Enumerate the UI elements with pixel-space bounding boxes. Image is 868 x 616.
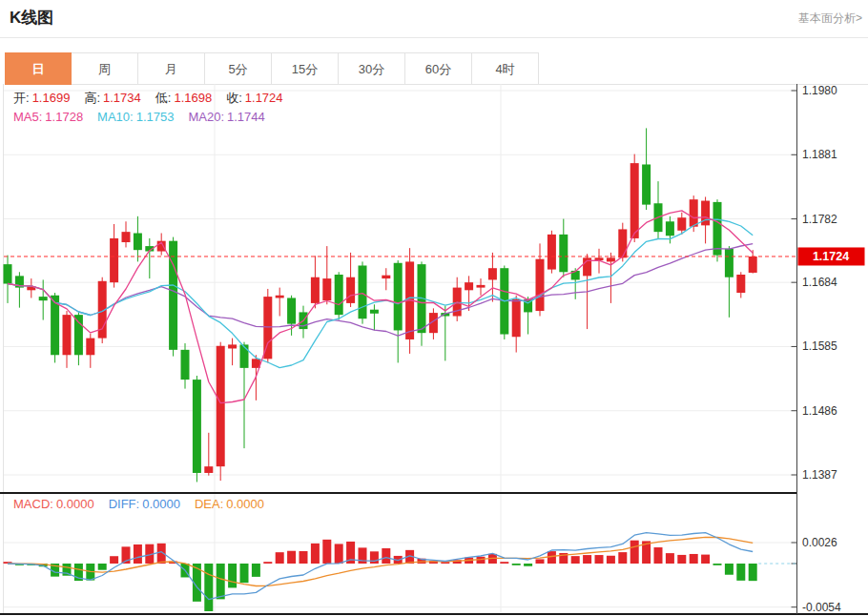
legend-item: DIFF:0.0000 xyxy=(109,497,180,511)
candle-body xyxy=(63,315,72,355)
macd-hist-bar xyxy=(228,564,237,587)
macd-hist-bar xyxy=(701,555,710,564)
legend-item: MA20:1.1744 xyxy=(188,110,264,124)
macd-hist-bar xyxy=(441,562,449,564)
candle-body xyxy=(725,249,734,277)
tab-day[interactable]: 日 xyxy=(5,52,72,85)
candle-body xyxy=(4,264,12,283)
macd-hist-bar xyxy=(524,564,532,566)
macd-hist-bar xyxy=(690,554,698,564)
candle-body xyxy=(666,221,674,236)
candle-body xyxy=(618,229,627,257)
axis-label: 1.1881 xyxy=(802,148,837,161)
candle-body xyxy=(713,202,722,256)
axis-label: 1.1684 xyxy=(802,276,837,289)
macd-hist-bar xyxy=(595,555,604,564)
axis-label: 1.1486 xyxy=(802,404,837,418)
candle-body xyxy=(607,257,615,261)
candle-body xyxy=(287,298,296,323)
tab-month[interactable]: 月 xyxy=(138,52,205,85)
candle-body xyxy=(193,380,201,473)
tab-60min[interactable]: 60分 xyxy=(405,52,472,85)
candle-body xyxy=(465,282,473,290)
candle-body xyxy=(335,275,343,315)
tab-5min[interactable]: 5分 xyxy=(205,52,272,85)
axis-label: -0.0054 xyxy=(802,601,841,614)
candle-body xyxy=(548,235,556,270)
macd-hist-bar xyxy=(300,551,308,564)
kline-chart[interactable]: 1.19801.18811.17821.16841.15851.14861.13… xyxy=(0,84,868,616)
candle-body xyxy=(134,234,142,251)
axis-label: 1.1782 xyxy=(802,213,837,226)
candle-body xyxy=(394,263,403,331)
axis-label: 1.1980 xyxy=(802,84,837,97)
fundamental-analysis-link[interactable]: 基本面分析> xyxy=(798,10,862,27)
macd-hist-bar xyxy=(335,544,343,564)
candle-body xyxy=(263,297,272,359)
macd-hist-bar xyxy=(607,556,615,564)
candle-body xyxy=(359,265,367,318)
ma10-line xyxy=(8,219,753,368)
legend-item: 开:1.1699 xyxy=(13,91,70,105)
macd-hist-bar xyxy=(677,555,686,564)
macd-hist-bar xyxy=(382,548,390,564)
page-title: K线图 xyxy=(10,7,53,29)
macd-hist-bar xyxy=(287,551,296,564)
macd-hist-bar xyxy=(666,553,674,564)
axis-label: 1.1585 xyxy=(802,339,837,353)
macd-hist-bar xyxy=(536,559,545,564)
macd-hist-bar xyxy=(322,540,331,564)
legend-item: MA5:1.1728 xyxy=(13,110,83,124)
candle-body xyxy=(536,259,545,311)
candle-body xyxy=(39,297,48,300)
candle-body xyxy=(311,277,320,303)
candle-body xyxy=(74,315,83,355)
candle-body xyxy=(217,346,225,466)
tab-week[interactable]: 周 xyxy=(72,52,138,85)
candle-body xyxy=(642,164,651,204)
candle-body xyxy=(240,344,249,367)
legend-item: 高:1.1734 xyxy=(84,91,140,105)
ma-legend: MA5:1.1728MA10:1.1753MA20:1.1744 xyxy=(13,110,279,124)
page-header: K线图 基本面分析> xyxy=(0,0,868,38)
dea-line xyxy=(8,537,753,585)
legend-item: 收:1.1724 xyxy=(226,91,282,105)
macd-hist-bar xyxy=(110,556,118,564)
ohlc-legend: 开:1.1699高:1.1734低:1.1698收:1.1724 xyxy=(13,90,298,107)
candle-body xyxy=(736,275,745,293)
macd-hist-bar xyxy=(512,564,521,565)
legend-item: DEA:0.0000 xyxy=(195,497,264,511)
macd-hist-bar xyxy=(571,556,580,564)
legend-item: MA10:1.1753 xyxy=(97,110,174,124)
macd-hist-bar xyxy=(217,564,225,599)
axis-label: 0.0026 xyxy=(802,536,837,549)
macd-hist-bar xyxy=(713,564,722,565)
macd-hist-bar xyxy=(263,562,272,564)
ma5-line xyxy=(8,211,753,403)
tab-30min[interactable]: 30分 xyxy=(339,52,405,85)
candle-body xyxy=(559,235,568,272)
legend-item: MACD:0.0000 xyxy=(13,497,94,511)
candle-body xyxy=(477,285,486,288)
candle-body xyxy=(512,299,521,337)
kline-page: K线图 基本面分析> 日周月5分15分30分60分4时 1.19801.1881… xyxy=(0,0,868,616)
macd-hist-bar xyxy=(583,555,591,564)
candle-body xyxy=(749,257,757,273)
macd-hist-bar xyxy=(500,562,508,564)
macd-hist-bar xyxy=(725,564,734,575)
candle-body xyxy=(86,339,94,356)
macd-hist-bar xyxy=(736,564,745,581)
candle-body xyxy=(181,350,190,380)
candle-body xyxy=(110,238,118,282)
candle-body xyxy=(346,277,355,303)
candle-body xyxy=(690,199,698,227)
candle-body xyxy=(322,278,331,300)
candle-body xyxy=(169,241,177,350)
macd-hist-bar xyxy=(630,541,639,564)
tab-15min[interactable]: 15分 xyxy=(272,52,339,85)
macd-hist-bar xyxy=(252,564,260,577)
tab-4hour[interactable]: 4时 xyxy=(472,52,539,85)
candle-body xyxy=(276,296,284,298)
interval-tabbar: 日周月5分15分30分60分4时 xyxy=(5,52,868,85)
macd-hist-bar xyxy=(240,564,249,583)
